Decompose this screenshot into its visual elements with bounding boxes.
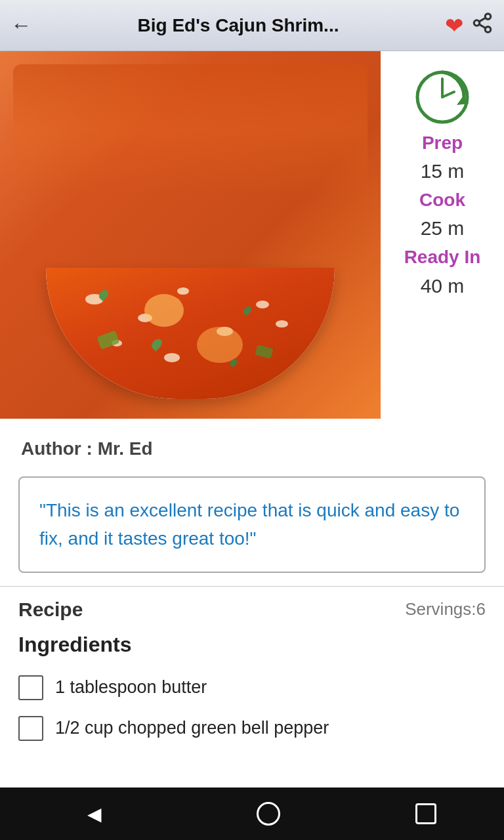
author-text: Author : Mr. Ed xyxy=(21,438,153,459)
ready-value: 40 m xyxy=(421,270,465,302)
author-section: Author : Mr. Ed xyxy=(0,419,504,470)
prep-label: Prep xyxy=(422,130,463,156)
recent-nav-button[interactable] xyxy=(415,803,436,824)
recipe-label: Recipe xyxy=(18,598,83,621)
svg-line-4 xyxy=(479,18,486,22)
favorite-button[interactable]: ❤ xyxy=(445,12,463,39)
ingredient-checkbox-0[interactable] xyxy=(18,675,43,700)
top-bar: ← Big Ed's Cajun Shrim... ❤ xyxy=(0,0,504,51)
back-nav-button[interactable]: ◀ xyxy=(68,797,121,831)
page-title: Big Ed's Cajun Shrim... xyxy=(39,15,437,36)
recipe-header: Recipe Servings:6 xyxy=(0,587,504,627)
soup-surface xyxy=(46,268,335,399)
share-icon xyxy=(471,12,494,34)
ingredient-row[interactable]: 1/2 cup chopped green bell pepper xyxy=(0,708,504,749)
ingredient-row[interactable]: 1 tablespoon butter xyxy=(0,667,504,708)
quote-text: "This is an excellent recipe that is qui… xyxy=(39,500,459,549)
svg-line-3 xyxy=(479,24,486,28)
recipe-image xyxy=(0,51,381,419)
home-nav-button[interactable] xyxy=(257,802,280,826)
cook-value: 25 m xyxy=(421,213,465,244)
svg-line-7 xyxy=(442,92,454,97)
bowl-illustration xyxy=(33,189,348,399)
ready-label: Ready In xyxy=(404,244,481,270)
servings-label: Servings:6 xyxy=(405,599,486,620)
timing-panel: Prep 15 m Cook 25 m Ready In 40 m xyxy=(381,51,504,419)
prep-value: 15 m xyxy=(421,156,465,187)
heart-icon: ❤ xyxy=(445,13,463,38)
ingredient-text-1: 1/2 cup chopped green bell pepper xyxy=(55,718,329,738)
ingredient-checkbox-1[interactable] xyxy=(18,716,43,741)
quote-box: "This is an excellent recipe that is qui… xyxy=(18,476,486,573)
bowl-body xyxy=(46,268,335,399)
back-button[interactable]: ← xyxy=(10,13,32,37)
cook-label: Cook xyxy=(419,187,465,213)
hero-section: Prep 15 m Cook 25 m Ready In 40 m xyxy=(0,51,504,419)
share-button[interactable] xyxy=(471,12,494,39)
ingredients-title: Ingredients xyxy=(0,627,504,667)
ingredient-text-0: 1 tablespoon butter xyxy=(55,677,207,698)
bottom-nav: ◀ xyxy=(0,788,504,840)
clock-icon xyxy=(410,64,475,130)
